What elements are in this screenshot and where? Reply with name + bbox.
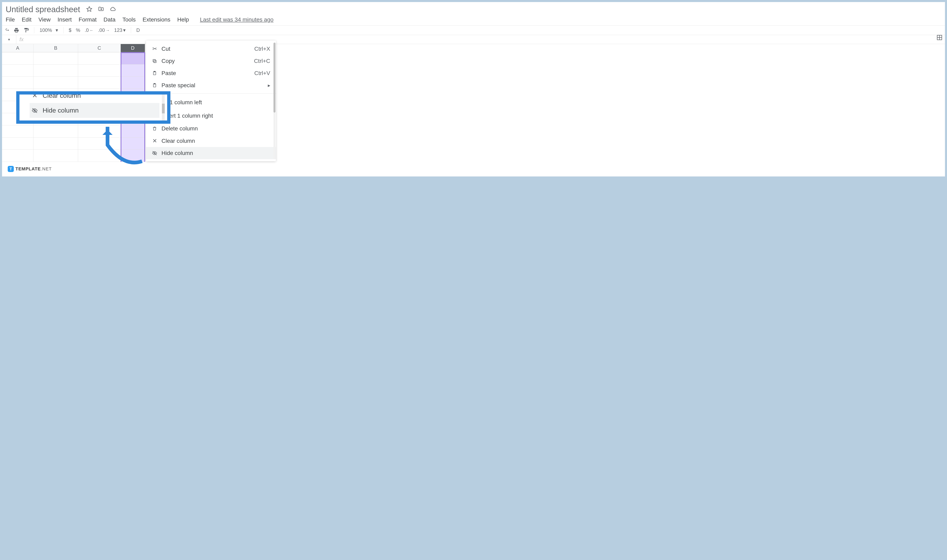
context-hide-column-label: Hide column bbox=[162, 150, 193, 156]
spreadsheet-window: Untitled spreadsheet File Edit View Inse… bbox=[2, 2, 945, 177]
context-paste-special-label: Paste special bbox=[162, 82, 196, 89]
menu-data[interactable]: Data bbox=[103, 17, 115, 23]
context-cut[interactable]: ✂ Cut Ctrl+X bbox=[146, 43, 276, 55]
hide-icon bbox=[152, 151, 157, 156]
context-paste-label: Paste bbox=[162, 70, 176, 77]
close-icon: ✕ bbox=[152, 137, 157, 144]
toolbar-separator bbox=[34, 27, 34, 33]
menu-tools[interactable]: Tools bbox=[122, 17, 136, 23]
menu-extensions[interactable]: Extensions bbox=[143, 17, 170, 23]
menu-help[interactable]: Help bbox=[177, 17, 189, 23]
callout-highlight: ✕ Clear column Hide column R bbox=[16, 91, 170, 124]
context-paste[interactable]: Paste Ctrl+V bbox=[146, 67, 276, 79]
menu-insert[interactable]: Insert bbox=[58, 17, 72, 23]
menu-view[interactable]: View bbox=[38, 17, 51, 23]
context-paste-shortcut: Ctrl+V bbox=[254, 70, 270, 77]
formula-bar: ▾ fx bbox=[2, 35, 945, 44]
print-icon[interactable] bbox=[14, 28, 19, 33]
context-clear-column[interactable]: ✕ Clear column bbox=[146, 135, 276, 147]
callout-hide-label: Hide column bbox=[43, 107, 79, 114]
column-header-d-selected[interactable]: D bbox=[121, 44, 145, 52]
menu-file[interactable]: File bbox=[6, 17, 15, 23]
cut-icon: ✂ bbox=[152, 45, 157, 52]
svg-rect-14 bbox=[33, 123, 37, 124]
context-paste-special[interactable]: Paste special ▶ bbox=[146, 79, 276, 91]
svg-marker-0 bbox=[87, 6, 92, 11]
context-copy-label: Copy bbox=[162, 58, 175, 64]
close-icon: ✕ bbox=[32, 92, 38, 99]
context-copy-shortcut: Ctrl+C bbox=[254, 58, 270, 64]
document-title[interactable]: Untitled spreadsheet bbox=[6, 5, 80, 14]
context-delete-column-label: Delete column bbox=[162, 125, 198, 132]
column-headers: A B C D bbox=[2, 44, 945, 52]
paint-format-icon[interactable] bbox=[23, 28, 29, 33]
callout-scrollbar[interactable] bbox=[162, 94, 165, 120]
menu-bar: File Edit View Insert Format Data Tools … bbox=[2, 15, 945, 25]
font-dropdown[interactable]: D bbox=[136, 28, 140, 33]
borders-icon[interactable] bbox=[936, 34, 942, 42]
hide-icon bbox=[32, 108, 38, 114]
resize-icon bbox=[32, 123, 38, 124]
paste-icon bbox=[152, 71, 157, 75]
percent-button[interactable]: % bbox=[76, 28, 80, 33]
star-icon[interactable] bbox=[86, 6, 92, 13]
watermark: T TEMPLATE.NET bbox=[8, 166, 52, 172]
context-menu-scrollbar[interactable] bbox=[274, 43, 276, 159]
callout-hide-column[interactable]: Hide column bbox=[29, 103, 159, 118]
decrease-decimal-button[interactable]: .0← bbox=[85, 28, 94, 33]
last-edit-status[interactable]: Last edit was 34 minutes ago bbox=[200, 17, 274, 23]
submenu-arrow-icon: ▶ bbox=[268, 83, 270, 88]
context-copy[interactable]: Copy Ctrl+C bbox=[146, 55, 276, 67]
more-formats-dropdown[interactable]: 123▾ bbox=[114, 28, 126, 33]
callout-next-label: R bbox=[43, 122, 47, 124]
toolbar: 100% ▾ $ % .0← .00→ 123▾ D bbox=[2, 25, 945, 35]
menu-edit[interactable]: Edit bbox=[22, 17, 31, 23]
callout-clear-label: Clear column bbox=[43, 92, 81, 99]
column-header-b[interactable]: B bbox=[34, 44, 78, 52]
title-bar: Untitled spreadsheet bbox=[2, 2, 945, 15]
move-icon[interactable] bbox=[98, 6, 104, 13]
menu-format[interactable]: Format bbox=[79, 17, 97, 23]
context-cut-label: Cut bbox=[162, 46, 170, 52]
zoom-dropdown[interactable]: 100% ▾ bbox=[40, 28, 58, 33]
title-icons bbox=[86, 6, 116, 13]
redo-icon[interactable] bbox=[5, 28, 9, 32]
callout-clear-column: ✕ Clear column bbox=[29, 91, 159, 103]
currency-button[interactable]: $ bbox=[69, 28, 71, 33]
context-hide-column[interactable]: Hide column bbox=[146, 147, 276, 159]
paste-special-icon bbox=[152, 83, 157, 88]
svg-rect-5 bbox=[153, 59, 156, 62]
fx-label: fx bbox=[16, 35, 27, 44]
increase-decimal-button[interactable]: .00→ bbox=[98, 28, 109, 33]
column-header-a[interactable]: A bbox=[2, 44, 34, 52]
column-header-c[interactable]: C bbox=[78, 44, 121, 52]
name-box-dropdown[interactable]: ▾ bbox=[2, 35, 16, 44]
watermark-logo: T bbox=[8, 166, 14, 172]
svg-rect-4 bbox=[154, 60, 156, 63]
callout-arrow bbox=[95, 121, 148, 169]
trash-icon bbox=[152, 126, 157, 131]
cloud-icon[interactable] bbox=[110, 6, 116, 13]
watermark-text: TEMPLATE.NET bbox=[15, 166, 52, 172]
context-cut-shortcut: Ctrl+X bbox=[254, 46, 270, 52]
context-clear-column-label: Clear column bbox=[162, 138, 195, 144]
context-delete-column[interactable]: Delete column bbox=[146, 123, 276, 135]
copy-icon bbox=[152, 58, 157, 63]
